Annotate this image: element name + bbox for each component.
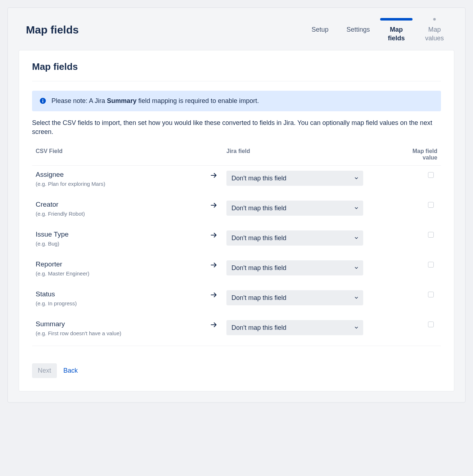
csv-field-example: (e.g. Plan for exploring Mars) — [36, 181, 201, 187]
jira-field-select[interactable]: Don't map this field — [226, 260, 363, 275]
header-arrow — [205, 144, 223, 166]
table-row: Assignee (e.g. Plan for exploring Mars) … — [32, 165, 441, 196]
panel-title: Map fields — [32, 61, 441, 81]
map-value-checkbox[interactable] — [428, 292, 434, 297]
banner-text: Please note: A Jira Summary field mappin… — [51, 97, 259, 105]
table-row: Creator (e.g. Friendly Robot) Don't map … — [32, 196, 441, 225]
map-value-checkbox[interactable] — [428, 232, 434, 238]
arrow-right-icon — [210, 171, 218, 179]
header-csv-field: CSV Field — [32, 144, 205, 166]
map-value-checkbox[interactable] — [428, 172, 434, 178]
step-settings[interactable]: Settings — [346, 18, 371, 43]
step-label: Mapfields — [388, 26, 405, 42]
csv-field-name: Creator — [36, 201, 201, 208]
step-label: Mapvalues — [425, 26, 444, 42]
csv-field-example: (e.g. In progress) — [36, 300, 201, 306]
csv-field-example: (e.g. Friendly Robot) — [36, 211, 201, 217]
table-row: Status (e.g. In progress) Don't map this… — [32, 285, 441, 315]
csv-field-name: Status — [36, 290, 201, 298]
wizard-header: Map fields Setup Settings Mapfields Mapv… — [8, 8, 465, 50]
arrow-right-icon — [210, 261, 218, 269]
arrow-right-icon — [210, 201, 218, 209]
header-jira-field: Jira field — [223, 144, 398, 166]
info-banner: Please note: A Jira Summary field mappin… — [32, 91, 441, 111]
main-panel: Map fields Please note: A Jira Summary f… — [19, 50, 454, 391]
banner-suffix: field mapping is required to enable impo… — [136, 97, 259, 104]
banner-prefix: Please note: A Jira — [51, 97, 107, 104]
arrow-right-icon — [210, 291, 218, 299]
field-mapping-table: CSV Field Jira field Map field value Ass… — [32, 144, 441, 346]
header-map-value: Map field value — [398, 144, 441, 166]
jira-field-select[interactable]: Don't map this field — [226, 290, 363, 305]
wizard-actions: Next Back — [32, 363, 441, 378]
page-title: Map fields — [26, 18, 79, 36]
next-button[interactable]: Next — [32, 363, 57, 378]
csv-field-name: Issue Type — [36, 230, 201, 238]
table-row: Summary (e.g. First row doesn't have a v… — [32, 315, 441, 346]
jira-field-select[interactable]: Don't map this field — [226, 201, 363, 216]
map-value-checkbox[interactable] — [428, 262, 434, 268]
csv-field-example: (e.g. First row doesn't have a value) — [36, 330, 201, 336]
jira-field-select[interactable]: Don't map this field — [226, 230, 363, 246]
step-map-values[interactable]: Mapvalues — [422, 18, 447, 43]
back-button[interactable]: Back — [63, 367, 78, 374]
banner-bold: Summary — [107, 97, 136, 104]
csv-field-example: (e.g. Master Engineer) — [36, 270, 201, 277]
jira-field-select[interactable]: Don't map this field — [226, 320, 363, 335]
csv-field-name: Summary — [36, 320, 201, 328]
table-row: Issue Type (e.g. Bug) Don't map this fie… — [32, 225, 441, 255]
wizard-steps: Setup Settings Mapfields Mapvalues — [307, 18, 447, 43]
svg-rect-2 — [42, 100, 43, 103]
csv-field-example: (e.g. Bug) — [36, 241, 201, 247]
table-row: Reporter (e.g. Master Engineer) Don't ma… — [32, 255, 441, 285]
jira-field-select[interactable]: Don't map this field — [226, 171, 363, 186]
step-map-fields[interactable]: Mapfields — [384, 18, 409, 43]
info-icon — [39, 97, 46, 104]
map-value-checkbox[interactable] — [428, 322, 434, 327]
csv-field-name: Assignee — [36, 171, 201, 179]
arrow-right-icon — [210, 321, 218, 329]
wizard-container: Map fields Setup Settings Mapfields Mapv… — [7, 7, 466, 403]
arrow-right-icon — [210, 231, 218, 239]
svg-point-1 — [42, 99, 43, 100]
panel-description: Select the CSV fields to import, then se… — [32, 118, 441, 136]
step-setup[interactable]: Setup — [307, 18, 333, 43]
csv-field-name: Reporter — [36, 260, 201, 268]
map-value-checkbox[interactable] — [428, 202, 434, 208]
